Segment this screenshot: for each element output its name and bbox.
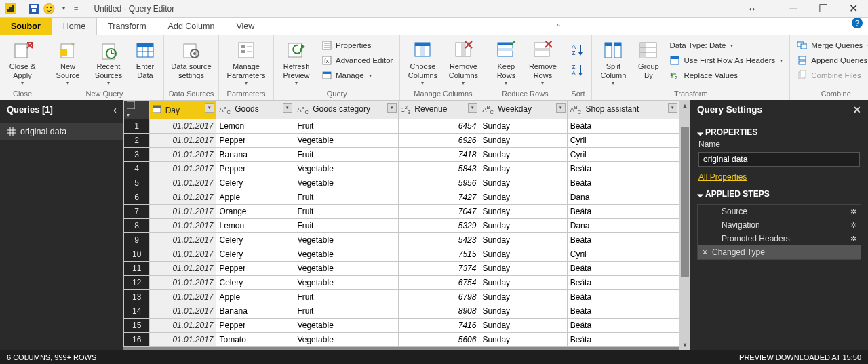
remove-columns-button[interactable]: RemoveColumns▾ bbox=[443, 38, 483, 86]
status-preview-time: PREVIEW DOWNLOADED AT 15:50 bbox=[739, 353, 861, 361]
svg-rect-75 bbox=[801, 44, 807, 49]
ribbon-group-query: Query bbox=[274, 88, 399, 100]
applied-step[interactable]: Promoted Headers✲ bbox=[698, 232, 861, 245]
merge-queries-button[interactable]: Merge Queries▾ bbox=[793, 38, 868, 53]
tab-file[interactable]: Soubor bbox=[0, 18, 52, 35]
table-row[interactable]: 601.01.2017AppleFruit7427SundayDana bbox=[124, 190, 679, 205]
column-header-weekday[interactable]: ABC Weekday▾ bbox=[479, 101, 567, 119]
manage-parameters-button[interactable]: ManageParameters▾ bbox=[222, 38, 271, 86]
sort-desc-button[interactable]: ZA bbox=[567, 60, 589, 80]
table-row[interactable]: 901.01.2017CeleryVegetable5423SundayBeát… bbox=[124, 233, 679, 247]
svg-rect-41 bbox=[415, 43, 430, 46]
column-filter-icon[interactable]: ▾ bbox=[205, 103, 214, 113]
all-properties-link[interactable]: All Properties bbox=[698, 172, 747, 182]
queries-pane: Queries [1] ‹ original data bbox=[0, 100, 123, 350]
table-row[interactable]: 1501.01.2017PepperVegetable7416SundayBeá… bbox=[124, 319, 679, 333]
column-filter-icon[interactable]: ▾ bbox=[556, 103, 566, 113]
use-first-row-button[interactable]: Use First Row As Headers▾ bbox=[665, 53, 787, 68]
table-row[interactable]: 1601.01.2017TomatoVegetable5606SundayBeá… bbox=[124, 333, 679, 347]
tab-add-column[interactable]: Add Column bbox=[157, 18, 226, 35]
svg-text:A: A bbox=[572, 70, 576, 77]
column-filter-icon[interactable]: ▾ bbox=[668, 103, 677, 113]
tab-transform[interactable]: Transform bbox=[97, 18, 157, 35]
column-header-revenue[interactable]: 123 Revenue▾ bbox=[398, 101, 479, 119]
tab-view[interactable]: View bbox=[225, 18, 265, 35]
table-row[interactable]: 401.01.2017PepperVegetable5843SundayBeát… bbox=[124, 162, 679, 176]
scroll-thumb[interactable] bbox=[681, 127, 689, 277]
svg-rect-76 bbox=[799, 56, 806, 60]
group-by-button[interactable]: GroupBy bbox=[633, 38, 664, 80]
svg-text:fx: fx bbox=[324, 58, 330, 64]
close-settings-icon[interactable]: ✕ bbox=[853, 104, 861, 115]
table-row[interactable]: 501.01.2017CeleryVegetable5956SundayBeát… bbox=[124, 176, 679, 190]
table-row[interactable]: 1101.01.2017PepperVegetable7374SundayBeá… bbox=[124, 262, 679, 276]
table-row[interactable]: 801.01.2017LemonFruit5329SundayDana bbox=[124, 219, 679, 233]
new-source-button[interactable]: ✶ NewSource▾ bbox=[48, 38, 87, 86]
data-type-dropdown[interactable]: Data Type: Date▾ bbox=[665, 38, 787, 53]
svg-rect-5 bbox=[31, 5, 37, 8]
svg-rect-87 bbox=[153, 106, 161, 108]
keep-rows-button[interactable]: KeepRows▾ bbox=[489, 38, 523, 86]
column-header-goods[interactable]: ABC Goods▾ bbox=[216, 101, 294, 119]
delete-step-icon[interactable]: ✕ bbox=[702, 248, 708, 257]
replace-values-button[interactable]: 12Replace Values bbox=[665, 68, 787, 83]
gear-icon[interactable]: ✲ bbox=[850, 235, 856, 243]
query-list-item[interactable]: original data bbox=[0, 123, 123, 140]
table-row[interactable]: 301.01.2017BananaFruit7418SundayCyril bbox=[124, 148, 679, 162]
column-filter-icon[interactable]: ▾ bbox=[283, 103, 292, 113]
sort-asc-button[interactable]: AZ bbox=[567, 39, 589, 60]
remove-rows-button[interactable]: RemoveRows▾ bbox=[524, 38, 561, 86]
scroll-up-icon[interactable]: ▲ bbox=[679, 100, 690, 111]
column-filter-icon[interactable]: ▾ bbox=[468, 103, 477, 113]
tab-home[interactable]: Home bbox=[52, 18, 97, 35]
column-header-shop-assistant[interactable]: ABC Shop assistant▾ bbox=[567, 101, 679, 119]
enter-data-button[interactable]: EnterData bbox=[130, 38, 161, 80]
svg-rect-18 bbox=[137, 43, 153, 47]
choose-columns-button[interactable]: ChooseColumns▾ bbox=[403, 38, 442, 86]
column-filter-icon[interactable]: ▾ bbox=[387, 103, 397, 113]
gear-icon[interactable]: ✲ bbox=[850, 221, 856, 230]
ribbon-group-transform: Transform bbox=[592, 88, 789, 100]
close-window-button[interactable]: ✕ bbox=[838, 0, 868, 18]
close-apply-button[interactable]: Close &Apply▾ bbox=[3, 38, 42, 86]
applied-step[interactable]: Navigation✲ bbox=[698, 218, 861, 232]
collapse-ribbon-icon[interactable]: ^ bbox=[553, 18, 564, 35]
table-row[interactable]: 1001.01.2017CeleryVegetable7515SundayCyr… bbox=[124, 247, 679, 262]
scroll-down-icon[interactable]: ▼ bbox=[679, 340, 690, 350]
table-row[interactable]: 701.01.2017OrangeFruit7047SundayBeáta bbox=[124, 205, 679, 219]
applied-step[interactable]: Source✲ bbox=[698, 205, 861, 218]
save-icon[interactable] bbox=[28, 3, 40, 15]
properties-button[interactable]: Properties bbox=[317, 38, 397, 53]
table-row[interactable]: 201.01.2017PepperVegetable6926SundayCyri… bbox=[124, 134, 679, 148]
column-header-goods-category[interactable]: ABC Goods category▾ bbox=[294, 101, 398, 119]
combine-files-button[interactable]: Combine Files bbox=[793, 68, 868, 83]
table-row[interactable]: 1401.01.2017BananaFruit8908SundayBeáta bbox=[124, 304, 679, 319]
column-header-day[interactable]: Day▾ bbox=[150, 101, 216, 119]
minimize-button[interactable]: ─ bbox=[778, 0, 808, 18]
ribbon-group-manage-columns: Manage Columns bbox=[400, 88, 486, 100]
append-queries-button[interactable]: Append Queries▾ bbox=[793, 53, 868, 68]
maximize-button[interactable]: ☐ bbox=[808, 0, 838, 18]
emoji-icon[interactable]: 🙂 bbox=[43, 3, 55, 15]
rownum-header[interactable]: ▾ bbox=[124, 101, 150, 119]
data-source-settings-button[interactable]: Data sourcesettings bbox=[167, 38, 216, 80]
table-row[interactable]: 101.01.2017LemonFruit6454SundayBeáta bbox=[124, 119, 679, 134]
svg-rect-42 bbox=[420, 46, 425, 56]
recent-sources-button[interactable]: RecentSources▾ bbox=[89, 38, 128, 86]
manage-button[interactable]: Manage▾ bbox=[317, 68, 397, 83]
advanced-editor-button[interactable]: fxAdvanced Editor bbox=[317, 53, 397, 68]
queries-header[interactable]: Queries [1] ‹ bbox=[0, 100, 123, 119]
table-row[interactable]: 1201.01.2017CeleryVegetable6754SundayBeá… bbox=[124, 276, 679, 290]
properties-section-title[interactable]: PROPERTIES bbox=[698, 127, 860, 137]
refresh-preview-button[interactable]: RefreshPreview▾ bbox=[277, 38, 316, 86]
applied-steps-section-title[interactable]: APPLIED STEPS bbox=[698, 189, 860, 199]
table-row[interactable]: 1301.01.2017AppleFruit6798SundayBeáta bbox=[124, 290, 679, 304]
chevron-left-icon[interactable]: ‹ bbox=[113, 104, 117, 115]
split-column-button[interactable]: SplitColumn▾ bbox=[595, 38, 631, 86]
gear-icon[interactable]: ✲ bbox=[850, 207, 856, 216]
vertical-scrollbar[interactable]: ▲ ▼ bbox=[679, 100, 690, 350]
applied-step[interactable]: ✕Changed Type bbox=[698, 245, 861, 259]
help-icon[interactable]: ? bbox=[852, 18, 863, 28]
query-name-input[interactable] bbox=[698, 152, 860, 167]
qat-caret-icon[interactable]: ▾ bbox=[58, 3, 70, 15]
